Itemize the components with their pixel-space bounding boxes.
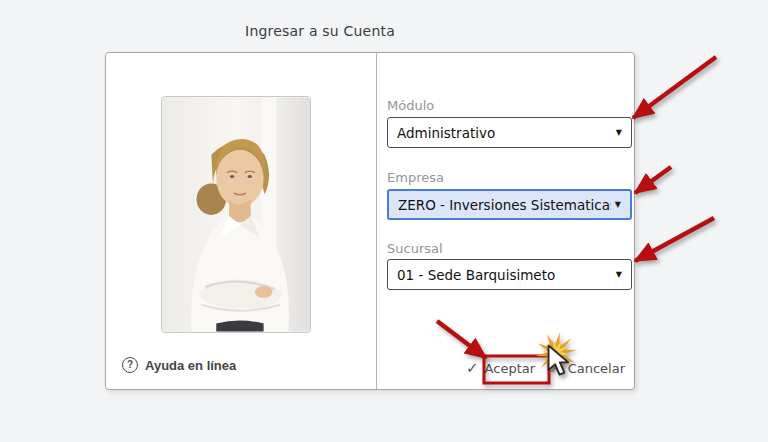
user-photo bbox=[161, 96, 311, 333]
branch-label: Sucursal bbox=[387, 241, 443, 256]
chevron-down-icon: ▼ bbox=[615, 200, 621, 209]
question-circle-icon: ? bbox=[122, 357, 138, 373]
cancel-label: Cancelar bbox=[568, 361, 625, 376]
module-select[interactable]: Administrativo ▼ bbox=[387, 117, 632, 148]
x-icon: ✕ bbox=[549, 359, 562, 377]
chevron-down-icon: ▼ bbox=[616, 128, 622, 137]
dialog-actions: ✓ Aceptar ✕ Cancelar bbox=[464, 355, 627, 381]
photo-panel: ? Ayuda en línea bbox=[106, 53, 376, 389]
online-help-label: Ayuda en línea bbox=[145, 358, 236, 373]
check-icon: ✓ bbox=[466, 359, 479, 377]
annotation-arrow-module bbox=[633, 57, 716, 118]
login-page: Ingresar a su Cuenta bbox=[0, 0, 768, 442]
company-selected-value: ZERO - Inversiones Sistematicas, C.A. bbox=[398, 197, 611, 213]
cancel-button[interactable]: ✕ Cancelar bbox=[547, 355, 627, 381]
accept-label: Aceptar bbox=[485, 361, 535, 376]
page-title: Ingresar a su Cuenta bbox=[0, 23, 640, 39]
form-panel: Módulo Administrativo ▼ Empresa ZERO - I… bbox=[376, 53, 636, 389]
login-dialog: ? Ayuda en línea Módulo Administrativo ▼… bbox=[105, 52, 635, 390]
branch-selected-value: 01 - Sede Barquisimeto bbox=[397, 267, 612, 283]
accept-button[interactable]: ✓ Aceptar bbox=[464, 355, 537, 381]
company-label: Empresa bbox=[387, 170, 444, 185]
chevron-down-icon: ▼ bbox=[616, 270, 622, 279]
woman-portrait-illustration bbox=[162, 97, 310, 332]
module-label: Módulo bbox=[387, 98, 434, 113]
branch-select[interactable]: 01 - Sede Barquisimeto ▼ bbox=[387, 259, 632, 290]
annotation-arrow-branch bbox=[635, 218, 714, 261]
online-help-link[interactable]: ? Ayuda en línea bbox=[122, 357, 236, 373]
annotation-arrow-company bbox=[635, 167, 671, 193]
company-select[interactable]: ZERO - Inversiones Sistematicas, C.A. ▼ bbox=[387, 189, 632, 220]
module-selected-value: Administrativo bbox=[397, 125, 612, 141]
